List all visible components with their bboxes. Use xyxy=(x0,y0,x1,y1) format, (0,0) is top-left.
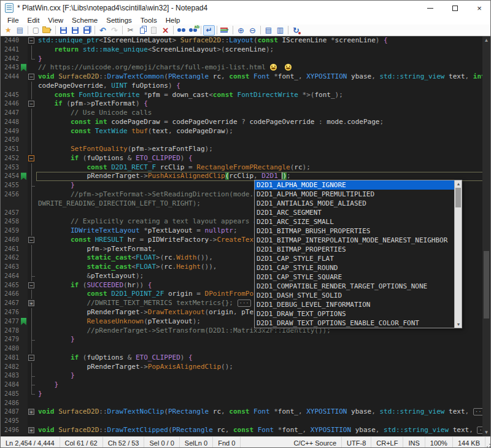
code-line-2487[interactable]: 2487+void SurfaceD2D::DrawTextNoClip(PRe… xyxy=(1,407,484,417)
line-number[interactable]: 2464 xyxy=(1,272,20,281)
menu-help[interactable]: Help xyxy=(161,17,185,24)
fold-margin[interactable] xyxy=(28,399,36,408)
line-number[interactable] xyxy=(1,82,20,91)
fold-margin[interactable] xyxy=(28,82,36,91)
line-number[interactable]: 2447 xyxy=(1,109,20,118)
autocomplete-item[interactable]: D2D1_ALPHA_MODE_PREMULTIPLIED xyxy=(255,190,454,199)
code-line-2483[interactable]: 2483 } xyxy=(1,371,484,380)
zoom-in-button[interactable]: ⊕ xyxy=(235,25,247,36)
autocomplete-item[interactable]: D2D1_DRAW_TEXT_OPTIONS_ENABLE_COLOR_FONT xyxy=(255,319,454,328)
status-eol[interactable]: CR+LF xyxy=(371,437,403,448)
save-button[interactable] xyxy=(58,25,69,36)
line-number[interactable]: 2481 xyxy=(1,353,20,363)
line-number[interactable]: 2444 xyxy=(1,72,20,82)
autocomplete-item[interactable]: D2D1_BITMAP_BRUSH_PROPERTIES xyxy=(255,226,454,236)
line-number[interactable]: 2478 xyxy=(1,326,20,336)
fold-margin[interactable] xyxy=(28,371,36,380)
bookmark-margin[interactable] xyxy=(20,136,28,145)
bookmark-margin[interactable] xyxy=(20,317,28,326)
scheme-select-button[interactable]: ▾ xyxy=(219,25,231,36)
code-line-2479[interactable]: 2479 } xyxy=(1,335,484,344)
line-number[interactable]: 2450 xyxy=(1,136,20,145)
status-find-count[interactable]: Fnd 0 xyxy=(213,437,241,448)
code-line-2442[interactable]: 2442} xyxy=(1,55,484,64)
fold-margin[interactable] xyxy=(28,335,36,344)
line-number[interactable]: 2495 xyxy=(1,417,20,426)
line-number[interactable]: 2459 xyxy=(1,226,20,236)
code-line-2495[interactable]: 2495 xyxy=(1,417,484,426)
line-number[interactable]: 2456 xyxy=(1,190,20,199)
resize-grip[interactable] xyxy=(485,437,491,448)
bookmark-margin[interactable] xyxy=(20,380,28,390)
bookmark-margin[interactable] xyxy=(20,127,28,136)
fold-margin[interactable] xyxy=(28,380,36,390)
code-line-2481[interactable]: 2481− if (fuOptions & ETO_CLIPPED) { xyxy=(1,353,484,363)
status-column[interactable]: Col 61 / 62 xyxy=(60,437,103,448)
bookmark-margin[interactable] xyxy=(20,281,28,290)
menu-file[interactable]: File xyxy=(3,17,23,24)
bookmark-margin[interactable] xyxy=(20,417,28,426)
code-line-2485[interactable]: 2485} xyxy=(1,390,484,399)
fold-margin[interactable]: − xyxy=(28,36,36,45)
scroll-down-icon[interactable]: ▼ xyxy=(482,428,490,436)
line-number[interactable]: 2485 xyxy=(1,390,20,399)
bookmark-margin[interactable] xyxy=(20,118,28,127)
word-wrap-button[interactable]: ↵ xyxy=(203,25,215,36)
autocomplete-item[interactable]: D2D1_BITMAP_INTERPOLATION_MODE_NEAREST_N… xyxy=(255,236,454,245)
line-number[interactable]: 2451 xyxy=(1,145,20,154)
fold-margin[interactable]: + xyxy=(28,426,36,435)
line-number[interactable]: 2467 xyxy=(1,299,20,308)
fold-margin[interactable] xyxy=(28,163,36,172)
find-button[interactable] xyxy=(176,25,187,36)
line-number[interactable]: 2496 xyxy=(1,426,20,435)
bookmark-margin[interactable] xyxy=(20,154,28,163)
bookmark-margin[interactable] xyxy=(20,335,28,344)
menu-scheme[interactable]: Scheme xyxy=(68,17,102,24)
bookmark-margin[interactable] xyxy=(20,145,28,154)
fold-margin[interactable] xyxy=(28,209,36,218)
line-number[interactable]: 2457 xyxy=(1,209,20,218)
bookmark-margin[interactable] xyxy=(20,263,28,272)
fold-margin[interactable] xyxy=(28,91,36,100)
bookmark-margin[interactable] xyxy=(20,72,28,82)
autocomplete-item[interactable]: D2D1_DEBUG_LEVEL_INFORMATION xyxy=(255,300,454,309)
fold-margin[interactable]: − xyxy=(28,99,36,109)
line-number[interactable]: 2466 xyxy=(1,290,20,299)
zoom-out-button[interactable]: ⊖ xyxy=(247,25,258,36)
fold-margin[interactable] xyxy=(28,326,36,336)
fold-margin[interactable]: − xyxy=(28,154,36,163)
fold-margin[interactable]: − xyxy=(28,72,36,82)
line-number[interactable]: 2460 xyxy=(1,236,20,245)
line-number[interactable]: 2479 xyxy=(1,335,20,344)
fold-collapse-icon[interactable]: − xyxy=(28,237,34,243)
undo-button[interactable]: ↶ xyxy=(97,25,109,36)
editor-scrollbar[interactable]: ▲ ▼ xyxy=(482,36,490,436)
line-number[interactable]: 2443 xyxy=(1,63,20,72)
code-line-2445[interactable]: 2445 const FontDirectWrite *pfm = down_c… xyxy=(1,91,484,100)
line-number[interactable]: 2480 xyxy=(1,344,20,353)
status-encoding[interactable]: UTF-8 xyxy=(342,437,371,448)
save-all-button[interactable] xyxy=(81,25,93,36)
view-doc-button[interactable]: ▤ xyxy=(263,25,274,36)
fold-margin[interactable] xyxy=(28,109,36,118)
fold-margin[interactable] xyxy=(28,127,36,136)
fold-margin[interactable] xyxy=(28,253,36,263)
fold-margin[interactable] xyxy=(28,417,36,426)
bookmark-margin[interactable] xyxy=(20,55,28,64)
fold-margin[interactable]: − xyxy=(28,353,36,363)
save-as-button[interactable] xyxy=(69,25,81,36)
menu-tools[interactable]: Tools xyxy=(136,17,161,24)
open-file-button[interactable]: ▾ xyxy=(42,25,53,36)
line-number[interactable]: 2484 xyxy=(1,380,20,390)
line-number[interactable]: 2461 xyxy=(1,245,20,254)
code-line-2441[interactable]: 2441 return std::make_unique<ScreenLineL… xyxy=(1,45,484,55)
code-line-2496[interactable]: 2496+void SurfaceD2D::DrawTextClipped(PR… xyxy=(1,426,484,435)
fold-margin[interactable] xyxy=(28,344,36,353)
fold-collapse-icon[interactable]: − xyxy=(28,37,34,44)
fold-margin[interactable] xyxy=(28,363,36,372)
bookmark-margin[interactable] xyxy=(20,217,28,226)
fold-collapse-icon[interactable]: − xyxy=(28,101,34,107)
autocomplete-item[interactable]: D2D1_CAP_STYLE_SQUARE xyxy=(255,272,454,282)
autocomplete-item[interactable]: D2D1_DRAW_TEXT_OPTIONS xyxy=(255,309,454,319)
line-number[interactable]: 2454 xyxy=(1,172,20,181)
